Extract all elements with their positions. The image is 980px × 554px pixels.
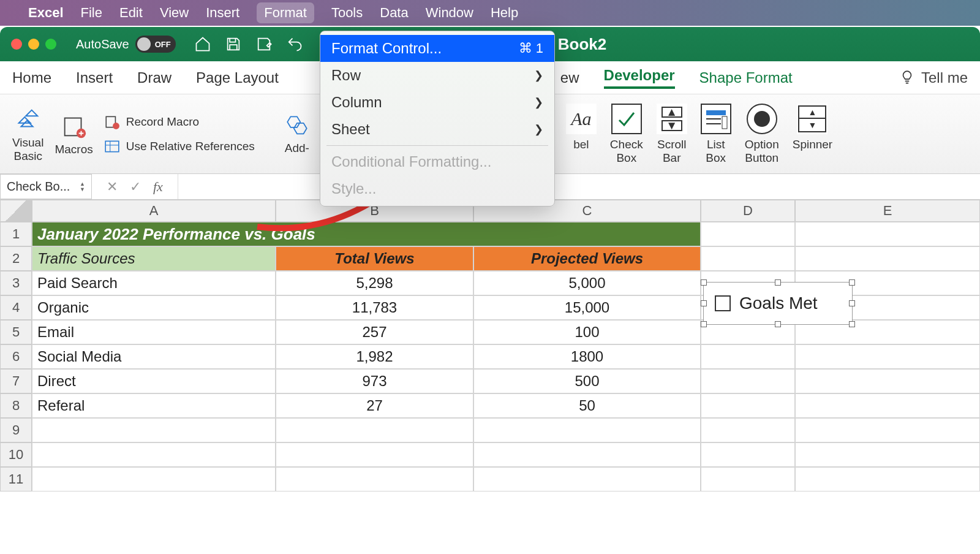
autosave-toggle[interactable]: AutoSave OFF <box>76 36 176 53</box>
col-header-e[interactable]: E <box>795 200 980 222</box>
sheet-title[interactable]: January 2022 Performance vs. Goals <box>32 222 701 246</box>
cell-projected[interactable]: 100 <box>473 320 701 344</box>
header-projected-views[interactable]: Projected Views <box>473 246 701 271</box>
cell-source[interactable]: Paid Search <box>32 271 276 295</box>
col-header-a[interactable]: A <box>32 200 276 222</box>
row-header[interactable]: 9 <box>0 418 32 442</box>
cell-total[interactable]: 1,982 <box>276 344 473 369</box>
menu-item-format-control[interactable]: Format Control... ⌘ 1 <box>320 35 554 62</box>
close-window-button[interactable] <box>11 39 22 50</box>
minimize-window-button[interactable] <box>28 39 39 50</box>
save-as-icon[interactable] <box>255 36 273 53</box>
cell-projected[interactable]: 15,000 <box>473 295 701 320</box>
header-total-views[interactable]: Total Views <box>276 246 473 271</box>
menu-tools[interactable]: Tools <box>331 5 363 21</box>
tab-home[interactable]: Home <box>12 69 51 86</box>
document-title: Book2 <box>558 35 606 54</box>
select-all-corner[interactable] <box>0 200 32 222</box>
record-macro-button[interactable]: Record Macro <box>104 114 255 130</box>
accept-formula-button[interactable]: ✓ <box>130 179 141 195</box>
label-partial[interactable]: Aa bel <box>566 104 597 165</box>
row-header[interactable]: 6 <box>0 344 32 369</box>
selection-handle[interactable] <box>775 321 781 327</box>
chevron-right-icon: ❯ <box>534 69 543 82</box>
home-icon[interactable] <box>194 36 211 53</box>
cell-projected[interactable]: 500 <box>473 369 701 393</box>
cell-source[interactable]: Email <box>32 320 276 344</box>
relative-refs-button[interactable]: Use Relative References <box>104 138 255 154</box>
visual-basic-button[interactable]: Visual Basic <box>12 105 43 163</box>
menu-view[interactable]: View <box>160 5 189 21</box>
menu-item-column[interactable]: Column ❯ <box>320 89 554 116</box>
scrollbar-control[interactable]: ▲▼ Scroll Bar <box>657 104 687 165</box>
tab-page-layout[interactable]: Page Layout <box>196 69 279 86</box>
checkbox-control[interactable]: Check Box <box>610 104 643 165</box>
menu-file[interactable]: File <box>81 5 102 21</box>
menu-item-sheet[interactable]: Sheet ❯ <box>320 116 554 143</box>
selection-handle[interactable] <box>701 279 707 286</box>
tab-draw[interactable]: Draw <box>137 69 172 86</box>
cell-total[interactable]: 973 <box>276 369 473 393</box>
cell-projected[interactable]: 50 <box>473 393 701 418</box>
menu-edit[interactable]: Edit <box>119 5 143 21</box>
row-header[interactable]: 3 <box>0 271 32 295</box>
row-header[interactable]: 7 <box>0 369 32 393</box>
row-header[interactable]: 4 <box>0 295 32 320</box>
selection-handle[interactable] <box>775 279 781 286</box>
spinner-control[interactable]: ▲▼ Spinner <box>793 104 833 165</box>
selection-handle[interactable] <box>849 300 855 306</box>
cell-projected[interactable]: 5,000 <box>473 271 701 295</box>
menu-item-row[interactable]: Row ❯ <box>320 62 554 89</box>
selection-handle[interactable] <box>701 300 707 306</box>
cell-total[interactable]: 27 <box>276 393 473 418</box>
goals-met-checkbox-shape[interactable]: Goals Met <box>703 282 853 325</box>
header-traffic-sources[interactable]: Traffic Sources <box>32 246 276 271</box>
spreadsheet-grid[interactable]: A B C D E 1 January 2022 Performance vs.… <box>0 200 980 491</box>
formula-input[interactable] <box>178 174 980 199</box>
col-header-d[interactable]: D <box>701 200 795 222</box>
selection-handle[interactable] <box>849 279 855 286</box>
addins-button[interactable]: Add- <box>284 113 310 155</box>
cell-total[interactable]: 11,783 <box>276 295 473 320</box>
macros-button[interactable]: Macros <box>55 112 92 156</box>
cell-source[interactable]: Social Media <box>32 344 276 369</box>
cell-total[interactable]: 5,298 <box>276 271 473 295</box>
listbox-control[interactable]: List Box <box>701 104 731 165</box>
menu-format[interactable]: Format <box>257 2 314 23</box>
cell-projected[interactable]: 1800 <box>473 344 701 369</box>
save-icon[interactable] <box>225 36 242 53</box>
undo-icon[interactable] <box>286 36 303 53</box>
tell-me-search[interactable]: Tell me <box>899 69 968 86</box>
name-box[interactable]: Check Bo... ▲▼ <box>0 174 92 199</box>
checkbox-icon <box>611 104 642 134</box>
row-header[interactable]: 10 <box>0 442 32 467</box>
row-header[interactable]: 1 <box>0 222 32 246</box>
tab-developer[interactable]: Developer <box>604 67 675 89</box>
cell-total[interactable]: 257 <box>276 320 473 344</box>
fx-icon[interactable]: fx <box>153 179 163 195</box>
selection-handle[interactable] <box>701 321 707 327</box>
cell-source[interactable]: Referal <box>32 393 276 418</box>
menu-help[interactable]: Help <box>491 5 518 21</box>
checkbox-icon[interactable] <box>715 295 731 311</box>
tab-partial[interactable]: ew <box>560 69 579 86</box>
tab-insert[interactable]: Insert <box>76 69 113 86</box>
cell-source[interactable]: Organic <box>32 295 276 320</box>
option-button-control[interactable]: Option Button <box>745 104 779 165</box>
row-header[interactable]: 2 <box>0 246 32 271</box>
menu-insert[interactable]: Insert <box>206 5 239 21</box>
tab-shape-format[interactable]: Shape Format <box>699 69 793 86</box>
row-header[interactable]: 5 <box>0 320 32 344</box>
row-header[interactable]: 8 <box>0 393 32 418</box>
maximize-window-button[interactable] <box>45 39 56 50</box>
row-header[interactable]: 11 <box>0 467 32 491</box>
cell-source[interactable]: Direct <box>32 369 276 393</box>
menubar-app[interactable]: Excel <box>28 5 64 21</box>
cancel-formula-button[interactable]: ✕ <box>107 179 118 195</box>
autosave-switch[interactable]: OFF <box>135 36 176 53</box>
mac-menubar: Excel File Edit View Insert Format Tools… <box>0 0 980 26</box>
menu-data[interactable]: Data <box>380 5 408 21</box>
menu-window[interactable]: Window <box>426 5 473 21</box>
name-box-dropdown-icon[interactable]: ▲▼ <box>80 181 85 192</box>
selection-handle[interactable] <box>849 321 855 327</box>
